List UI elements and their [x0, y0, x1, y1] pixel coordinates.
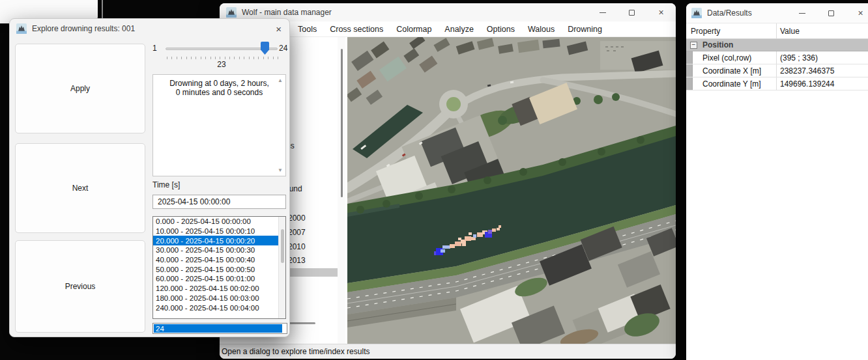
- column-divider: [776, 77, 777, 90]
- collapse-icon[interactable]: −: [690, 42, 697, 49]
- time-entry[interactable]: 0.000 - 2025-04-15 00:00:00: [153, 217, 285, 227]
- minimize-button[interactable]: [588, 3, 617, 21]
- row-gutter: [686, 64, 693, 77]
- maximize-icon: [828, 10, 834, 16]
- list-scrollbar-thumb[interactable]: [281, 229, 284, 263]
- property-row[interactable]: Coordinate X [m]238237.346375: [686, 64, 868, 77]
- drowning-particle: [492, 228, 496, 232]
- group-row-position[interactable]: − Position: [686, 39, 868, 51]
- tree-vertical-scrollbar[interactable]: [338, 37, 345, 344]
- property-row[interactable]: Pixel (col,row)(395 ; 336): [686, 51, 868, 64]
- drowning-particle: [455, 242, 461, 246]
- property-value: 149696.139244: [776, 79, 834, 89]
- time-entry[interactable]: 120.000 - 2025-04-15 00:02:00: [153, 284, 285, 294]
- menu-item-colormap[interactable]: Colormap: [390, 21, 438, 36]
- wolf-app-icon: [691, 8, 702, 18]
- drowning-particle: [497, 228, 500, 230]
- resize-grip[interactable]: [673, 355, 674, 357]
- column-value: Value: [776, 27, 800, 36]
- close-icon: ×: [658, 8, 663, 17]
- time-entry[interactable]: 50.000 - 2025-04-15 00:00:50: [153, 264, 285, 274]
- index-selected-value: 24: [154, 324, 282, 333]
- tree-item-fragment[interactable]: 2013: [288, 256, 306, 265]
- close-icon: ×: [858, 8, 863, 18]
- slider-current-value: 23: [166, 60, 278, 69]
- maximize-button[interactable]: [617, 3, 646, 21]
- data-results-titlebar[interactable]: Data/Results ×: [686, 3, 868, 23]
- data-results-title: Data/Results: [707, 8, 752, 18]
- wolf-app-icon: [226, 7, 237, 18]
- menu-item-analyze[interactable]: Analyze: [438, 21, 480, 36]
- drowning-particle: [488, 230, 492, 234]
- time-entry[interactable]: 10.000 - 2025-04-15 00:00:10: [153, 227, 285, 236]
- roundabout: [446, 97, 461, 111]
- time-entry[interactable]: 60.000 - 2025-04-15 00:01:00: [153, 274, 285, 284]
- properties-table-header: Property Value: [686, 23, 868, 39]
- data-results-window: Data/Results × Property Value − Position…: [686, 3, 868, 360]
- status-message: Open a dialog to explore time/index resu…: [222, 347, 369, 356]
- property-name: Coordinate X [m]: [693, 66, 776, 76]
- drowning-particle: [442, 245, 450, 249]
- close-button[interactable]: ×: [646, 3, 676, 21]
- drowning-particle: [450, 244, 455, 248]
- time-entry-selected[interactable]: 20.000 - 2025-04-15 00:00:20: [153, 236, 285, 245]
- time-entries-items: 0.000 - 2025-04-15 00:00:0010.000 - 2025…: [153, 217, 285, 312]
- list-scrollbar[interactable]: [278, 217, 285, 318]
- menu-item-walous[interactable]: Walous: [521, 21, 561, 36]
- time-entry[interactable]: 240.000 - 2025-04-15 00:04:00: [153, 303, 285, 312]
- index-spin-field[interactable]: 24: [152, 323, 287, 334]
- time-input[interactable]: 2025-04-15 00:00:00: [152, 195, 286, 209]
- time-entry[interactable]: 180.000 - 2025-04-15 00:03:00: [153, 294, 285, 303]
- dialog-titlebar[interactable]: Explore drowning results: 001 ×: [10, 19, 289, 38]
- tree-item-fragment[interactable]: 2007: [288, 228, 306, 237]
- drowning-particle: [462, 243, 466, 246]
- group-label: Position: [702, 40, 733, 49]
- apply-button[interactable]: Apply: [15, 44, 145, 133]
- scroll-down-icon[interactable]: ▼: [278, 167, 283, 173]
- previous-button[interactable]: Previous: [15, 240, 145, 333]
- map-viewport[interactable]: [347, 37, 676, 344]
- column-divider: [776, 51, 777, 64]
- scroll-up-icon[interactable]: ▲: [278, 77, 283, 83]
- menu-item-tools[interactable]: Tools: [291, 21, 323, 36]
- property-name: Coordinate Y [m]: [693, 79, 776, 89]
- property-value: (395 ; 336): [776, 53, 818, 62]
- slider-max-label: 24: [279, 44, 287, 53]
- drowning-particle: [477, 232, 483, 237]
- drowning-particle: [499, 225, 501, 228]
- time-entries-list[interactable]: 0.000 - 2025-04-15 00:00:0010.000 - 2025…: [152, 216, 286, 319]
- time-entry[interactable]: 30.000 - 2025-04-15 00:00:30: [153, 245, 285, 255]
- minimize-button[interactable]: [787, 3, 817, 23]
- menu-item-drowning[interactable]: Drowning: [561, 21, 609, 36]
- column-property: Property: [686, 27, 776, 36]
- tree-item-fragment[interactable]: 2010: [288, 242, 306, 251]
- explore-drowning-dialog: Explore drowning results: 001 × Apply Ne…: [9, 18, 290, 337]
- maximize-button[interactable]: [817, 3, 846, 23]
- next-button[interactable]: Next: [15, 143, 145, 233]
- dialog-title: Explore drowning results: 001: [32, 24, 135, 33]
- info-line1: Drowning at 0 days, 2 hours,: [153, 79, 285, 88]
- drowning-particle: [465, 236, 471, 241]
- drowning-particle: [469, 232, 472, 235]
- status-bar: Open a dialog to explore time/index resu…: [220, 344, 676, 359]
- menu-item-options[interactable]: Options: [480, 21, 521, 36]
- dialog-close-button[interactable]: ×: [276, 23, 282, 35]
- info-line2: 0 minutes and 0 seconds: [153, 88, 285, 97]
- minimize-icon: [600, 12, 606, 13]
- drowning-info-box[interactable]: Drowning at 0 days, 2 hours, 0 minutes a…: [152, 74, 286, 176]
- tree-scrollbar-thumb[interactable]: [341, 49, 343, 197]
- property-row[interactable]: Coordinate Y [m]149696.139244: [686, 77, 868, 90]
- main-window-title: Wolf - main data manager: [242, 8, 332, 17]
- tree-horizontal-scrollbar[interactable]: [288, 322, 315, 324]
- drowning-particle: [473, 234, 476, 238]
- minimize-icon: [799, 13, 805, 14]
- drowning-particle: [458, 238, 461, 240]
- row-gutter: [686, 51, 693, 64]
- close-button[interactable]: ×: [846, 3, 868, 23]
- time-entry[interactable]: 40.000 - 2025-04-15 00:00:40: [153, 255, 285, 265]
- menu-item-cross-sections[interactable]: Cross sections: [323, 21, 390, 36]
- time-slider-thumb[interactable]: [261, 42, 269, 55]
- column-divider: [776, 64, 777, 77]
- column-divider[interactable]: [776, 23, 777, 38]
- tree-item-fragment[interactable]: 2000: [288, 214, 306, 223]
